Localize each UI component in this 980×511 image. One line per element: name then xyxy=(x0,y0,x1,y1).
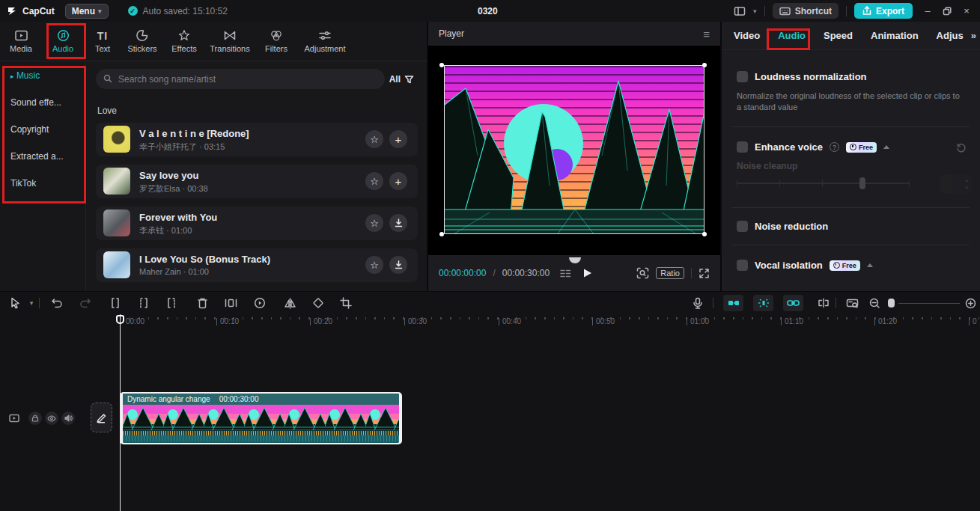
tab-effects[interactable]: Effects xyxy=(163,22,205,61)
export-button[interactable]: Export xyxy=(854,3,913,19)
playhead-line[interactable] xyxy=(120,314,121,511)
redo-button[interactable] xyxy=(76,294,94,312)
selection-handle[interactable] xyxy=(702,232,707,236)
tab-adjustment[interactable]: Adjustment xyxy=(298,22,352,61)
song-card[interactable]: I Love You So (Bonus Track) Maher Zain ·… xyxy=(96,248,418,282)
favorite-star-button[interactable]: ☆ xyxy=(365,214,383,232)
sidebar-item-music[interactable]: ▸ Music xyxy=(0,62,85,89)
sidebar-item-sound-effects[interactable]: Sound effe... xyxy=(0,89,85,116)
split-button[interactable] xyxy=(106,294,124,312)
minimize-button[interactable]: – xyxy=(920,5,935,16)
preview-zoom-icon[interactable] xyxy=(636,267,649,279)
search-input[interactable] xyxy=(96,69,385,89)
shortcut-button[interactable]: Shortcut xyxy=(773,3,839,19)
tab-text[interactable]: TI Text xyxy=(84,22,121,61)
tab-video[interactable]: Video xyxy=(734,30,760,41)
noise-cleanup-value-input[interactable]: ▴▾ xyxy=(940,174,972,194)
download-button[interactable] xyxy=(389,256,407,274)
select-tool-button[interactable] xyxy=(6,294,24,312)
playhead-handle[interactable] xyxy=(116,315,124,324)
stepper-arrows[interactable]: ▴▾ xyxy=(965,177,968,191)
tab-audio-properties[interactable]: Audio xyxy=(778,30,806,41)
ratio-button[interactable]: Ratio xyxy=(656,267,684,279)
preview-quality-icon[interactable] xyxy=(559,269,571,278)
delete-left-button[interactable] xyxy=(135,294,153,312)
tab-transitions[interactable]: Transitions xyxy=(205,22,255,61)
fullscreen-icon[interactable] xyxy=(699,268,710,279)
collapse-icon[interactable] xyxy=(867,263,873,267)
play-button[interactable] xyxy=(582,268,592,278)
menu-button[interactable]: Menu ▾ xyxy=(65,4,109,19)
selection-handle[interactable] xyxy=(702,63,707,67)
tab-adjustment-truncated[interactable]: Adjus xyxy=(937,30,964,41)
player-viewport[interactable] xyxy=(428,46,720,255)
tab-speed[interactable]: Speed xyxy=(824,30,853,41)
restore-button[interactable] xyxy=(943,7,952,16)
mirror-button[interactable] xyxy=(222,294,240,312)
slider-handle[interactable] xyxy=(859,177,865,189)
add-to-timeline-button[interactable]: + xyxy=(389,130,407,148)
flip-button[interactable] xyxy=(281,294,299,312)
favorite-star-button[interactable]: ☆ xyxy=(365,172,383,190)
delete-button[interactable] xyxy=(193,294,211,312)
timeline-clip[interactable]: Dynamic angular change 00:00:30:00 xyxy=(120,392,402,444)
song-card[interactable]: Say love you 罗艺歆Elsa · 00:38 ☆ + xyxy=(96,165,418,198)
song-card[interactable]: V a l e n t i n e [Redone] 幸子小姐拜托了 · 03:… xyxy=(96,123,418,156)
select-tool-chevron[interactable]: ▾ xyxy=(22,294,40,312)
sidebar-item-tiktok[interactable]: TikTok xyxy=(0,170,85,197)
help-icon[interactable]: ? xyxy=(830,142,839,152)
filter-all-button[interactable]: All xyxy=(384,69,419,89)
favorite-star-button[interactable]: ☆ xyxy=(365,256,383,274)
sidebar-item-label: Music xyxy=(16,70,40,81)
sidebar-item-copyright[interactable]: Copyright xyxy=(0,116,85,143)
zoom-out-button[interactable] xyxy=(865,294,883,312)
crop-button[interactable] xyxy=(337,294,355,312)
main-track-magnet-toggle[interactable] xyxy=(723,295,743,311)
download-button[interactable] xyxy=(389,214,407,232)
selection-handle[interactable] xyxy=(439,232,444,236)
song-card[interactable]: Forever with You 李承铉 · 01:00 ☆ xyxy=(96,206,418,240)
more-tabs-chevron-icon[interactable]: » xyxy=(971,30,976,41)
panel-layout-icon[interactable] xyxy=(734,5,746,17)
collapse-icon[interactable] xyxy=(883,145,889,149)
noise-reduction-checkbox[interactable] xyxy=(737,221,748,232)
timeline-ruler[interactable]: 00:00 00:10 00:20 00:30 00:40 00:50 01:0… xyxy=(0,314,980,329)
sidebar-item-label: Extracted a... xyxy=(10,151,64,162)
favorite-star-button[interactable]: ☆ xyxy=(365,130,383,148)
lock-track-button[interactable] xyxy=(28,411,42,425)
enhance-voice-checkbox[interactable] xyxy=(737,141,748,153)
delete-right-button[interactable] xyxy=(162,294,180,312)
timeline-zoom-slider[interactable] xyxy=(898,303,960,304)
speed-button[interactable] xyxy=(251,294,269,312)
filmstrip-tile xyxy=(244,405,284,430)
toggle-visibility-button[interactable] xyxy=(45,411,58,425)
timeline-zoom-handle[interactable] xyxy=(888,299,895,307)
player-menu-icon[interactable]: ≡ xyxy=(703,28,710,40)
rotate-button[interactable] xyxy=(309,294,327,312)
preview-axis-button[interactable] xyxy=(815,294,833,312)
sidebar-item-extracted-audio[interactable]: Extracted a... xyxy=(0,143,85,170)
layout-chevron-icon[interactable]: ▾ xyxy=(753,7,757,15)
tab-animation[interactable]: Animation xyxy=(871,30,919,41)
add-to-timeline-button[interactable]: + xyxy=(389,172,407,190)
undo-button[interactable] xyxy=(48,294,66,312)
section-title: Love xyxy=(97,105,117,116)
mute-track-button[interactable] xyxy=(61,411,75,425)
link-toggle[interactable] xyxy=(783,295,803,311)
record-voiceover-button[interactable] xyxy=(689,294,707,312)
selection-handle[interactable] xyxy=(439,63,444,67)
zoom-in-button[interactable] xyxy=(961,294,979,312)
auto-snap-toggle[interactable] xyxy=(753,295,773,311)
tab-stickers[interactable]: Stickers xyxy=(121,22,163,61)
tab-media[interactable]: Media xyxy=(0,22,42,61)
loudness-checkbox[interactable] xyxy=(737,71,748,82)
edit-cover-button[interactable] xyxy=(91,403,112,432)
tab-audio[interactable]: Audio xyxy=(42,22,84,61)
tab-filters[interactable]: Filters xyxy=(255,22,298,61)
divider xyxy=(691,268,692,278)
slider-track[interactable] xyxy=(737,183,909,184)
vocal-isolation-checkbox[interactable] xyxy=(737,260,748,271)
close-button[interactable]: × xyxy=(959,5,974,16)
reset-icon[interactable] xyxy=(956,142,967,153)
adjust-layout-button[interactable] xyxy=(843,294,861,312)
